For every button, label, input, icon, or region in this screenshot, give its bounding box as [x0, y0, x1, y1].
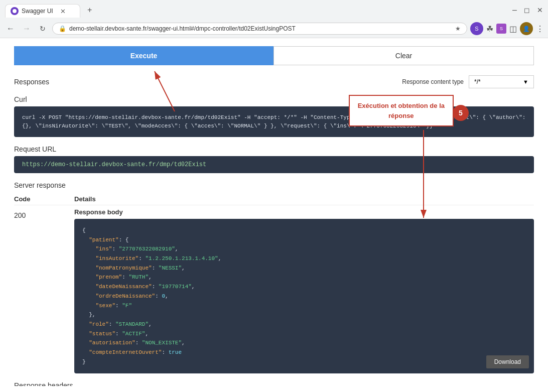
response-headers-title: Response headers: [14, 381, 534, 386]
server-response-title: Server response: [14, 181, 534, 189]
content-type-select[interactable]: */* ▼: [469, 75, 534, 88]
extension-icon[interactable]: S: [496, 24, 506, 34]
clear-button[interactable]: Clear: [273, 46, 534, 65]
profile-icon[interactable]: S: [470, 22, 483, 35]
response-body-code: { "patient": { "ins": "277076322082910",…: [74, 219, 534, 373]
window-titlebar: Swagger UI ✕ + – ◻ ✕: [0, 0, 548, 20]
browser-tab[interactable]: Swagger UI ✕: [5, 4, 80, 18]
content-type-label: Response content type: [402, 78, 464, 85]
content-type-value: */*: [474, 78, 481, 85]
swagger-content: Execute Clear Responses Response content…: [0, 38, 548, 386]
address-bar[interactable]: 🔒 demo-stellair.devbox-sante.fr/swagger-…: [52, 23, 467, 35]
tab-title: Swagger UI: [22, 8, 53, 15]
extensions-area: S ☘ S ◫ 👤 ⋮: [470, 22, 544, 35]
request-url-label: Request URL: [14, 145, 534, 153]
back-button[interactable]: ←: [4, 22, 17, 35]
url-text: demo-stellair.devbox-sante.fr/swagger-ui…: [69, 25, 452, 32]
execute-button[interactable]: Execute: [14, 46, 273, 65]
request-url-value: https://demo-stellair.devbox-sante.fr/dm…: [22, 161, 206, 168]
curl-label: Curl: [14, 95, 534, 103]
forward-button[interactable]: →: [20, 22, 33, 35]
user-avatar[interactable]: 👤: [520, 22, 533, 35]
server-response-section: Server response Code Details 200 Respons…: [14, 181, 534, 373]
step-5-badge: 5: [453, 105, 469, 121]
sidebar-icon[interactable]: ◫: [509, 24, 517, 34]
close-icon[interactable]: ✕: [537, 6, 543, 14]
details-header: Details: [74, 195, 96, 203]
chevron-down-icon: ▼: [523, 79, 528, 85]
responses-header: Responses Response content type */* ▼: [14, 75, 534, 88]
new-tab-button[interactable]: +: [83, 4, 96, 17]
tab-close-icon[interactable]: ✕: [60, 8, 66, 15]
request-url-code: https://demo-stellair.devbox-sante.fr/dm…: [14, 156, 534, 173]
menu-icon[interactable]: ⋮: [536, 24, 544, 34]
action-buttons-row: Execute Clear: [14, 46, 534, 65]
download-button[interactable]: Download: [486, 355, 529, 368]
response-code: 200: [14, 208, 74, 219]
code-header: Code: [14, 195, 74, 203]
response-table-header: Code Details: [14, 193, 534, 205]
response-details: Response body { "patient": { "ins": "277…: [74, 208, 534, 373]
reload-button[interactable]: ↻: [36, 22, 49, 35]
annotation-line2: réponse: [358, 111, 445, 121]
response-body-json: { "patient": { "ins": "277076322082910",…: [82, 226, 526, 366]
bookmark-icon[interactable]: ★: [455, 25, 461, 32]
restore-icon[interactable]: ◻: [524, 6, 530, 14]
window-controls: – ◻ ✕: [512, 6, 543, 15]
responses-title: Responses: [14, 78, 49, 86]
response-headers-section: Response headers: [14, 381, 534, 386]
content-type-wrapper: Response content type */* ▼: [402, 75, 534, 88]
annotation-line1: Exécution et obtention de la: [358, 101, 445, 111]
request-url-section: Request URL https://demo-stellair.devbox…: [14, 145, 534, 173]
response-table-row: 200 Response body { "patient": { "ins": …: [14, 208, 534, 373]
browser-toolbar: ← → ↻ 🔒 demo-stellair.devbox-sante.fr/sw…: [0, 20, 548, 38]
response-body-label: Response body: [74, 208, 534, 216]
minimize-icon[interactable]: –: [512, 6, 517, 15]
swagger-tab-icon: [11, 7, 19, 15]
extension-puzzle-icon[interactable]: ☘: [486, 24, 493, 34]
lock-icon: 🔒: [59, 25, 66, 32]
browser-window: Swagger UI ✕ + – ◻ ✕ ← → ↻ 🔒 demo-stella…: [0, 0, 548, 386]
annotation-box: Exécution et obtention de la réponse: [349, 95, 454, 126]
